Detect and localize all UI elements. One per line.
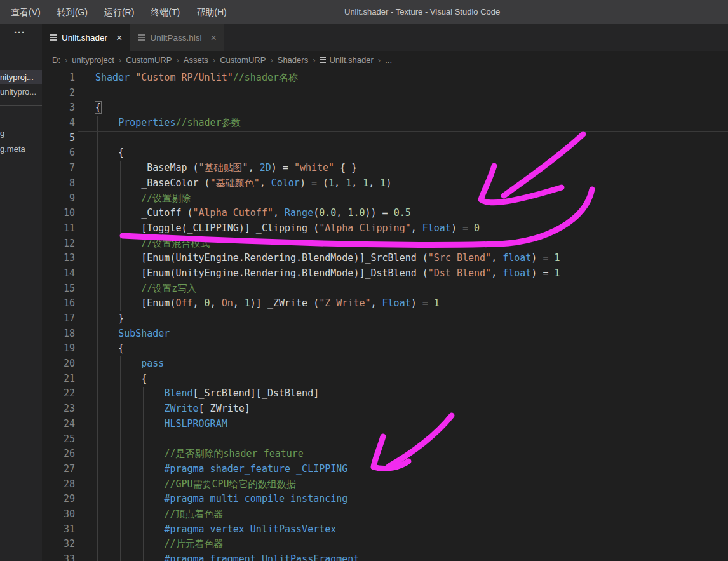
code-line[interactable]: 16 [Enum(Off, 0, On, 1)] _ZWrite ("Z Wri… — [42, 296, 728, 311]
code-line[interactable]: 19 { — [42, 341, 728, 356]
code-line[interactable]: 24 HLSLPROGRAM — [42, 417, 728, 432]
sidebar-item[interactable]: unitypro... — [0, 84, 42, 99]
code-line[interactable]: 2 — [42, 86, 728, 101]
code-line[interactable]: 10 _Cutoff ("Alpha Cutoff", Range(0.0, 1… — [42, 206, 728, 221]
line-number[interactable]: 27 — [42, 462, 75, 477]
code-text: #pragma multi_compile_instancing — [75, 492, 347, 507]
menu-item[interactable]: 帮助(H) — [188, 0, 234, 24]
code-line[interactable]: 29 #pragma multi_compile_instancing — [42, 492, 728, 507]
menu-item[interactable]: 运行(R) — [96, 0, 142, 24]
sidebar-item[interactable]: nityproj... — [0, 70, 42, 84]
breadcrumb-item[interactable]: Assets — [184, 55, 208, 65]
code-token — [95, 508, 164, 520]
breadcrumb-item[interactable]: CustomURP — [126, 55, 172, 65]
code-token: Float — [422, 222, 451, 234]
breadcrumb-item[interactable]: D: — [52, 55, 60, 65]
code-line[interactable]: 20 pass — [42, 356, 728, 372]
line-number[interactable]: 3 — [42, 100, 75, 116]
line-number[interactable]: 32 — [42, 537, 75, 552]
code-line[interactable]: 28 //GPU需要CPU给它的数组数据 — [42, 477, 728, 492]
tab-close-icon[interactable]: × — [116, 33, 122, 43]
line-number[interactable]: 1 — [42, 71, 75, 86]
code-line[interactable]: 22 Blend[_SrcBlend][_DstBlend] — [42, 386, 728, 402]
line-number[interactable]: 17 — [42, 311, 75, 327]
code-line[interactable]: 12 //设置混合模式 — [42, 236, 728, 252]
code-line[interactable]: 8 _BaseColor ("基础颜色", Color) = (1, 1, 1,… — [42, 176, 728, 191]
code-line[interactable]: 11 [Toggle(_CLIPPING)] _Clipping ("Alpha… — [42, 221, 728, 236]
code-line[interactable]: 26 //是否剔除的shader feature — [42, 447, 728, 462]
menu-item[interactable]: 转到(G) — [49, 0, 96, 24]
breadcrumb-label: D: — [52, 55, 60, 65]
line-number[interactable]: 14 — [42, 266, 75, 281]
menu-item[interactable]: 终端(T) — [142, 0, 188, 24]
code-text: { — [75, 100, 101, 116]
line-number[interactable]: 18 — [42, 327, 75, 342]
code-token — [95, 328, 118, 339]
code-line[interactable]: 21 { — [42, 372, 728, 387]
code-line[interactable]: 32 //片元着色器 — [42, 537, 728, 552]
line-number[interactable]: 7 — [42, 161, 75, 176]
line-number[interactable]: 6 — [42, 145, 75, 161]
line-number[interactable]: 11 — [42, 221, 75, 236]
tab-unlit-shader[interactable]: Unlit.shader× — [42, 24, 130, 51]
line-number[interactable]: 2 — [42, 86, 75, 101]
code-editor[interactable]: 1Shader "Custom RP/Unlit"//shader名称23{4 … — [42, 69, 728, 561]
tab-close-icon[interactable]: × — [210, 33, 216, 43]
code-line[interactable]: 3{ — [42, 100, 728, 116]
code-line[interactable]: 13 [Enum(UnityEngine.Rendering.BlendMode… — [42, 251, 728, 266]
breadcrumb-item[interactable]: Unlit.shader — [320, 55, 373, 65]
code-text: //设置剔除 — [75, 191, 191, 206]
line-number[interactable]: 19 — [42, 341, 75, 356]
code-line[interactable]: 5 — [42, 131, 728, 146]
line-number[interactable]: 13 — [42, 251, 75, 266]
code-line[interactable]: 27 #pragma shader_feature _CLIPPING — [42, 462, 728, 477]
line-number[interactable]: 16 — [42, 296, 75, 311]
code-line[interactable]: 4 Properties//shader参数 — [42, 116, 728, 131]
code-line[interactable]: 18 SubShader — [42, 327, 728, 342]
line-number[interactable]: 21 — [42, 372, 75, 387]
line-number[interactable]: 25 — [42, 432, 75, 447]
code-line[interactable]: 1Shader "Custom RP/Unlit"//shader名称 — [42, 71, 728, 86]
line-number[interactable]: 5 — [42, 131, 75, 146]
line-number[interactable]: 29 — [42, 492, 75, 507]
code-line[interactable]: 6 { — [42, 145, 728, 161]
breadcrumb-item[interactable]: Shaders — [278, 55, 308, 65]
breadcrumb-item[interactable]: ... — [385, 55, 392, 65]
breadcrumb-item[interactable]: CustomURP — [220, 55, 266, 65]
line-number[interactable]: 12 — [42, 236, 75, 252]
more-actions-icon[interactable]: ··· — [14, 27, 25, 37]
code-line[interactable]: 23 ZWrite[_ZWrite] — [42, 402, 728, 417]
line-number[interactable]: 30 — [42, 507, 75, 522]
code-line[interactable]: 15 //设置z写入 — [42, 281, 728, 297]
line-number[interactable]: 20 — [42, 356, 75, 372]
code-line[interactable]: 7 _BaseMap ("基础贴图", 2D) = "white" { } — [42, 161, 728, 176]
chevron-right-icon: › — [176, 55, 179, 65]
menu-item[interactable]: 查看(V) — [3, 0, 49, 24]
sidebar-item[interactable]: g.meta — [0, 142, 42, 156]
code-line[interactable]: 17 } — [42, 311, 728, 327]
breadcrumb-item[interactable]: unityproject — [72, 55, 114, 65]
sidebar-item[interactable]: g — [0, 126, 42, 140]
code-line[interactable]: 31 #pragma vertex UnlitPassVertex — [42, 522, 728, 537]
tab-unlitpass-hlsl[interactable]: UnlitPass.hlsl× — [130, 24, 224, 51]
code-line[interactable]: 9 //设置剔除 — [42, 191, 728, 206]
code-token: SubShader — [118, 328, 170, 339]
line-number[interactable]: 33 — [42, 552, 75, 561]
line-number[interactable]: 15 — [42, 281, 75, 297]
line-number[interactable]: 31 — [42, 522, 75, 537]
code-line[interactable]: 33 #pragma fragment UnlitPassFragment — [42, 552, 728, 561]
code-token: Shader — [95, 72, 130, 83]
code-token: 1 — [554, 252, 560, 264]
line-number[interactable]: 9 — [42, 191, 75, 206]
code-line[interactable]: 25 — [42, 432, 728, 447]
line-number[interactable]: 4 — [42, 116, 75, 131]
line-number[interactable]: 24 — [42, 417, 75, 432]
line-number[interactable]: 28 — [42, 477, 75, 492]
code-line[interactable]: 14 [Enum(UnityEngine.Rendering.BlendMode… — [42, 266, 728, 281]
line-number[interactable]: 26 — [42, 447, 75, 462]
line-number[interactable]: 22 — [42, 386, 75, 402]
line-number[interactable]: 10 — [42, 206, 75, 221]
code-line[interactable]: 30 //顶点着色器 — [42, 507, 728, 522]
line-number[interactable]: 23 — [42, 402, 75, 417]
line-number[interactable]: 8 — [42, 176, 75, 191]
